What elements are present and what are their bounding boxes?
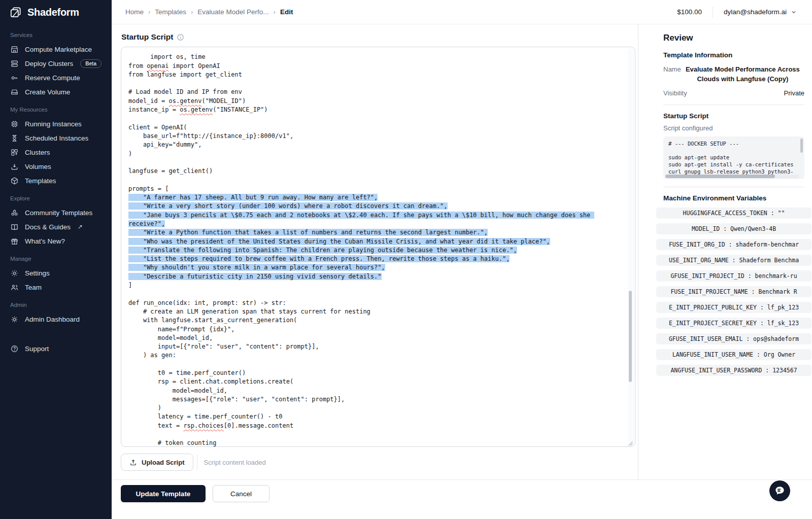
sidebar-item-settings[interactable]: Settings xyxy=(7,266,105,280)
startup-script-section: Startup Script import os, time from open… xyxy=(112,24,638,479)
startup-script-editor[interactable]: import os, time from openai import OpenA… xyxy=(121,47,635,447)
script-preview-text: # --- DOCKER SETUP --- sudo apt-get upda… xyxy=(668,141,797,176)
sidebar-item-label: Templates xyxy=(25,177,56,185)
sidebar-item-label: Create Volume xyxy=(25,88,70,96)
sidebar-item-label: Compute Marketplace xyxy=(25,46,92,53)
code-text: from openai import OpenAI from langfuse … xyxy=(128,62,293,192)
server-stack-icon xyxy=(10,59,19,68)
cancel-button[interactable]: Cancel xyxy=(213,485,269,502)
editor-scrollbar-thumb[interactable] xyxy=(629,291,632,382)
visibility-value: Private xyxy=(784,89,804,97)
sidebar-item-deploy-clusters[interactable]: Deploy Clusters Beta xyxy=(7,56,105,71)
code-clipped-top-line: import os, time xyxy=(150,53,205,60)
sidebar-item-templates[interactable]: Templates xyxy=(7,174,105,188)
drive-icon xyxy=(10,88,19,96)
cpu-chip-icon xyxy=(10,120,19,128)
sidebar-item-create-volume[interactable]: Create Volume xyxy=(7,85,105,99)
support-chat-button[interactable] xyxy=(769,480,790,501)
textarea-resize-grip[interactable] xyxy=(628,439,633,445)
env-var-pill: LANGFUSE_INIT_USER_NAME : Org Owner xyxy=(656,349,811,360)
team-people-icon xyxy=(10,283,19,292)
visibility-row: Visibility Private xyxy=(663,89,804,97)
sidebar-item-team[interactable]: Team xyxy=(7,280,105,294)
sidebar-item-label: Admin Dashboard xyxy=(25,316,80,323)
env-var-pill: HUGGINGFACE_ACCESS_TOKEN : "" xyxy=(656,207,811,219)
startup-script-heading: Startup Script xyxy=(663,112,804,120)
breadcrumb-separator: › xyxy=(274,8,276,16)
key-icon xyxy=(10,74,19,82)
sidebar-item-label: What's New? xyxy=(25,237,65,245)
community-circles-icon xyxy=(10,209,19,217)
preview-horizontal-scrollbar-track[interactable] xyxy=(665,175,799,178)
breadcrumb-separator: › xyxy=(148,8,150,16)
info-icon[interactable] xyxy=(177,33,184,41)
sidebar-item-label: Settings xyxy=(25,269,50,277)
env-variables-heading: Machine Environment Variables xyxy=(663,194,804,202)
update-template-button[interactable]: Update Template xyxy=(121,485,206,502)
upload-divider xyxy=(197,454,197,471)
top-header: Home › Templates › Evaluate Model Perfo.… xyxy=(112,0,812,24)
panel-divider xyxy=(663,187,804,187)
chat-bubble-icon xyxy=(774,485,786,497)
sidebar-item-label: Team xyxy=(25,284,42,291)
open-book-icon xyxy=(10,223,19,231)
section-label-admin: Admin xyxy=(10,302,101,308)
panel-divider xyxy=(663,105,804,105)
sidebar-item-label: Docs & Guides xyxy=(25,223,71,231)
review-title: Review xyxy=(663,33,804,43)
sidebar-item-admin-dashboard[interactable]: Admin Dashboard xyxy=(7,312,105,326)
breadcrumb-separator: › xyxy=(191,8,193,16)
sidebar-item-docs-guides[interactable]: Docs & Guides ↗ xyxy=(7,220,105,234)
admin-gear-icon xyxy=(10,315,19,324)
preview-vertical-scrollbar-thumb[interactable] xyxy=(800,139,803,153)
env-variables-list: HUGGINGFACE_ACCESS_TOKEN : "" MODEL_ID :… xyxy=(663,207,804,376)
section-label-services: Services xyxy=(10,32,101,38)
sidebar-item-volumes[interactable]: Volumes xyxy=(7,159,105,174)
beta-badge: Beta xyxy=(80,59,101,68)
sidebar-item-label: Support xyxy=(25,345,49,353)
sidebar-item-running-instances[interactable]: Running Instances xyxy=(7,117,105,131)
brand-logo[interactable]: Shadeform xyxy=(7,0,105,24)
sidebar-item-reserve-compute[interactable]: Reserve Compute xyxy=(7,71,105,85)
preview-horizontal-scrollbar-thumb[interactable] xyxy=(665,175,775,178)
sidebar-item-label: Volumes xyxy=(25,163,51,170)
env-var-pill: FUSE_INIT_ORG_ID : shadeform-benchmar xyxy=(656,239,811,250)
package-box-icon xyxy=(10,177,19,185)
breadcrumb: Home › Templates › Evaluate Model Perfo.… xyxy=(125,8,293,16)
breadcrumb-templates[interactable]: Templates xyxy=(155,8,186,16)
breadcrumb-home[interactable]: Home xyxy=(125,8,144,16)
editor-scrollbar-track[interactable] xyxy=(628,48,634,445)
upload-status-text: Script content loaded xyxy=(204,459,266,466)
sidebar-item-compute-marketplace[interactable]: Compute Marketplace xyxy=(7,42,105,56)
sidebar-item-label: Deploy Clusters xyxy=(25,60,73,67)
download-tray-icon xyxy=(10,162,19,171)
upload-script-button[interactable]: Upload Script xyxy=(121,454,193,471)
sidebar-item-whats-new[interactable]: What's New? xyxy=(7,234,105,248)
hourglass-icon xyxy=(10,134,19,143)
script-preview-box[interactable]: # --- DOCKER SETUP --- sudo apt-get upda… xyxy=(663,136,804,179)
section-label-my-resources: My Resources xyxy=(10,107,101,113)
sidebar-item-scheduled-instances[interactable]: Scheduled Instances xyxy=(7,131,105,145)
sidebar-item-label: Running Instances xyxy=(25,120,82,128)
external-link-icon: ↗ xyxy=(78,223,83,230)
user-account-menu[interactable]: dylan@shadeform.ai xyxy=(724,8,797,16)
sidebar-item-label: Clusters xyxy=(25,149,50,156)
page-title: Startup Script xyxy=(121,32,173,42)
template-information-heading: Template Information xyxy=(663,51,804,59)
chevron-down-icon xyxy=(791,9,797,15)
env-var-pill: MODEL_ID : Qwen/Qwen3-4B xyxy=(656,223,811,234)
breadcrumb-template-name[interactable]: Evaluate Model Perfo... xyxy=(197,8,268,16)
env-var-pill: ANGFUSE_INIT_USER_PASSWORD : 1234567 xyxy=(656,365,811,376)
review-panel: Review Template Information Name Evaluat… xyxy=(638,24,812,479)
sidebar-item-community-templates[interactable]: Community Templates xyxy=(7,205,105,220)
breadcrumb-current-edit: Edit xyxy=(280,8,293,16)
sidebar-item-clusters[interactable]: Clusters xyxy=(7,145,105,159)
template-name-row: Name Evaluate Model Performance Across C… xyxy=(663,65,804,84)
sidebar-item-support[interactable]: Support xyxy=(7,341,105,356)
env-var-pill: E_INIT_PROJECT_SECRET_KEY : lf_sk_123 xyxy=(656,318,811,329)
help-circle-icon xyxy=(10,344,19,353)
script-configured-status: Script configured xyxy=(663,124,804,132)
storefront-icon xyxy=(10,45,19,54)
env-var-pill: FUSE_INIT_PROJECT_NAME : Benchmark R xyxy=(656,286,811,297)
gear-icon xyxy=(10,269,19,278)
